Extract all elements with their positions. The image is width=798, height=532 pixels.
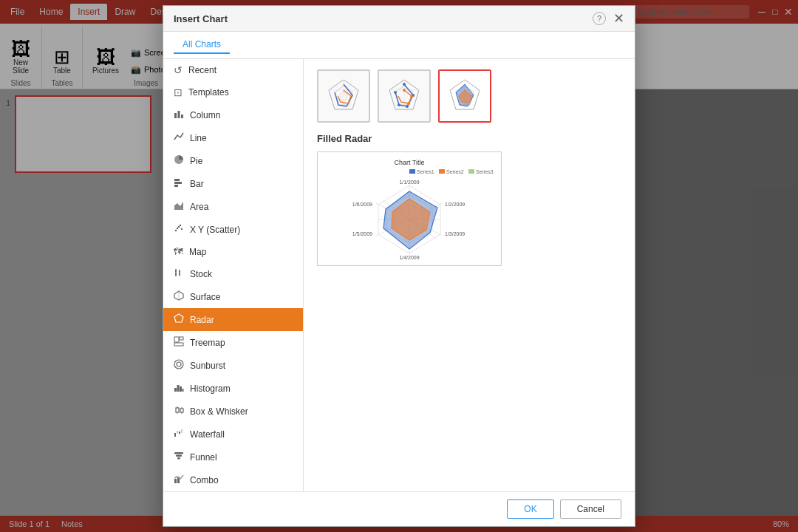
chart-type-column[interactable]: Column [163,103,303,126]
svg-point-60 [403,89,406,92]
waterfall-icon [174,428,184,440]
svg-text:1/3/2009: 1/3/2009 [445,231,465,236]
svg-rect-0 [174,113,177,118]
svg-point-25 [174,360,183,369]
svg-rect-38 [179,432,180,434]
column-icon [174,109,184,121]
chart-type-recent[interactable]: ↺ Recent [163,59,303,81]
svg-text:1/1/2009: 1/1/2009 [399,180,419,185]
svg-rect-28 [180,386,182,392]
chart-type-bar[interactable]: Bar [163,172,303,195]
dialog-tab-bar: All Charts [163,32,635,59]
combo-label: Combo [190,475,219,485]
svg-rect-29 [183,389,184,392]
cancel-button[interactable]: Cancel [560,499,621,519]
svg-text:Chart Title: Chart Title [394,159,424,166]
svg-rect-30 [176,408,179,412]
map-icon: 🗺 [174,246,183,257]
svg-rect-1 [178,111,180,118]
box-whisker-label: Box & Whisker [190,406,248,417]
treemap-label: Treemap [190,338,225,348]
radar-label: Radar [190,315,214,325]
chart-type-box-whisker[interactable]: Box & Whisker [163,400,303,423]
chart-type-combo[interactable]: Combo [163,468,303,491]
templates-label: Templates [188,87,229,98]
combo-icon [174,474,184,486]
treemap-icon [174,336,184,349]
svg-rect-2 [181,115,183,118]
box-whisker-icon [174,405,184,417]
dialog-title: Insert Chart [174,13,228,24]
chart-type-surface[interactable]: Surface [163,285,303,308]
sunburst-icon [174,359,184,372]
chart-type-line[interactable]: Line [163,126,303,149]
svg-rect-41 [176,455,182,457]
svg-rect-40 [174,452,183,454]
chart-type-pie[interactable]: Pie [163,149,303,172]
svg-text:Series3: Series3 [476,169,494,174]
sunburst-label: Sunburst [190,361,225,371]
svg-rect-43 [174,479,177,483]
line-icon [174,132,184,144]
svg-point-10 [177,228,178,229]
svg-text:1/6/2009: 1/6/2009 [352,202,372,207]
svg-rect-36 [174,433,176,437]
svg-text:1/2/2009: 1/2/2009 [445,202,465,207]
svg-rect-71 [409,169,415,174]
surface-label: Surface [190,292,220,302]
svg-text:Series1: Series1 [417,169,434,174]
chart-type-map[interactable]: 🗺 Map [163,241,303,262]
svg-point-61 [410,95,413,98]
dialog-tab-all-charts[interactable]: All Charts [174,36,230,54]
svg-rect-42 [177,457,180,460]
chart-type-stock[interactable]: Stock [163,262,303,285]
svg-point-59 [394,91,397,94]
svg-marker-6 [174,202,183,210]
svg-rect-26 [174,388,177,392]
svg-rect-39 [181,429,183,433]
line-label: Line [190,133,207,143]
chart-type-templates[interactable]: ⊡ Templates [163,81,303,103]
svg-rect-3 [174,179,180,181]
svg-rect-33 [180,409,183,412]
radar-markers-thumb[interactable] [378,69,431,123]
ok-button[interactable]: OK [507,499,553,519]
chart-type-area[interactable]: Area [163,195,303,218]
svg-marker-20 [174,314,183,322]
filled-radar-thumb[interactable] [438,69,491,123]
column-label: Column [190,110,220,120]
chart-type-treemap[interactable]: Treemap [163,331,303,354]
area-label: Area [190,202,208,212]
app-window: File Home Insert Draw Design Transitions… [0,0,798,532]
pie-label: Pie [190,156,202,166]
svg-point-57 [406,105,409,108]
svg-text:1/4/2009: 1/4/2009 [399,255,419,260]
dialog-close-button[interactable]: ✕ [613,12,624,25]
chart-type-radar[interactable]: Radar [163,308,303,331]
chart-type-histogram[interactable]: Histogram [163,377,303,400]
xy-scatter-label: X Y (Scatter) [190,225,240,235]
svg-point-55 [403,83,406,86]
chart-type-sunburst[interactable]: Sunburst [163,354,303,377]
chart-thumbnails [317,69,621,123]
svg-point-11 [180,225,181,226]
chart-type-waterfall[interactable]: Waterfall [163,423,303,446]
bar-icon [174,177,184,190]
radar-icon [174,313,184,326]
svg-text:1/5/2009: 1/5/2009 [352,231,372,236]
funnel-icon [174,451,184,463]
svg-point-8 [178,226,180,228]
chart-type-xy-scatter[interactable]: X Y (Scatter) [163,218,303,241]
area-icon [174,200,184,213]
svg-rect-73 [439,169,445,174]
pie-icon [174,154,184,167]
histogram-label: Histogram [190,383,231,394]
svg-point-24 [177,362,181,366]
map-label: Map [189,247,206,257]
dialog-footer: OK Cancel [163,491,635,526]
chart-preview-area: Filled Radar Chart Title Series1 [304,59,635,491]
svg-rect-22 [180,337,183,340]
radar-thumb[interactable] [317,69,370,123]
chart-type-funnel[interactable]: Funnel [163,446,303,468]
dialog-help-button[interactable]: ? [593,12,606,25]
